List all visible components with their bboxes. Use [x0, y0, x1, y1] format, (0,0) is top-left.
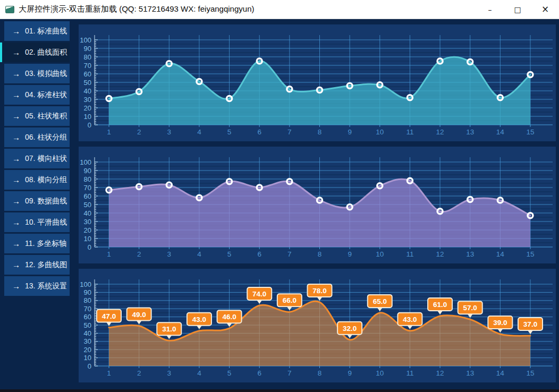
x-tick-label: 15: [526, 250, 534, 258]
point-value-label: 78.0: [308, 284, 332, 301]
maximize-button[interactable]: □: [504, 0, 531, 19]
x-tick-label: 4: [197, 128, 201, 136]
sidebar-item-07[interactable]: →07. 横向柱状: [4, 149, 70, 168]
svg-text:43.0: 43.0: [403, 316, 417, 323]
x-tick-label: 8: [318, 250, 322, 258]
x-tick-label: 11: [406, 250, 413, 258]
arrow-icon: →: [12, 48, 20, 57]
y-tick-label: 100: [80, 280, 91, 288]
sidebar-item-label: 10. 平滑曲线: [25, 218, 67, 227]
y-tick-label: 90: [84, 45, 91, 53]
svg-text:49.0: 49.0: [132, 311, 146, 319]
y-tick-label: 10: [84, 113, 91, 121]
sidebar: →01. 标准曲线→02. 曲线面积→03. 模拟曲线→04. 标准柱状→05.…: [0, 19, 70, 389]
y-tick-label: 60: [84, 313, 91, 321]
y-tick-label: 80: [84, 296, 91, 304]
x-tick-label: 14: [496, 250, 505, 258]
point-value-label: 66.0: [277, 294, 302, 310]
x-tick-label: 12: [436, 369, 444, 377]
point-value-label: 49.0: [127, 308, 151, 325]
x-tick-label: 15: [526, 369, 534, 377]
sidebar-item-label: 05. 柱状堆积: [25, 112, 67, 121]
x-tick-label: 12: [436, 250, 444, 258]
app-icon: [5, 6, 14, 13]
x-tick-label: 10: [376, 128, 384, 136]
point-value-label: 47.0: [97, 310, 121, 326]
x-tick-label: 7: [287, 128, 292, 136]
svg-text:32.0: 32.0: [343, 325, 357, 333]
sidebar-item-03[interactable]: →03. 模拟曲线: [4, 64, 70, 83]
svg-text:47.0: 47.0: [102, 312, 116, 320]
svg-text:65.0: 65.0: [373, 297, 387, 305]
sidebar-item-13[interactable]: →13. 系统设置: [4, 276, 70, 296]
sidebar-item-11[interactable]: →11. 多坐标轴: [4, 234, 70, 253]
sidebar-item-12[interactable]: →12. 多曲线图: [4, 255, 70, 275]
x-tick-label: 8: [318, 369, 322, 377]
arrow-icon: →: [12, 90, 20, 99]
sidebar-item-01[interactable]: →01. 标准曲线: [4, 21, 70, 41]
y-tick-label: 70: [84, 305, 91, 313]
y-tick-label: 80: [84, 175, 91, 183]
x-tick-label: 10: [376, 369, 384, 377]
app-body: →01. 标准曲线→02. 曲线面积→03. 模拟曲线→04. 标准柱状→05.…: [0, 19, 559, 389]
sidebar-item-08[interactable]: →08. 横向分组: [4, 170, 70, 190]
sidebar-item-label: 02. 曲线面积: [25, 48, 67, 57]
sidebar-item-label: 03. 模拟曲线: [25, 69, 67, 79]
x-tick-label: 11: [406, 128, 413, 136]
y-tick-label: 0: [88, 362, 91, 370]
x-tick-label: 5: [227, 250, 232, 258]
x-tick-label: 3: [167, 369, 172, 377]
sidebar-item-04[interactable]: →04. 标准柱状: [4, 85, 70, 105]
x-tick-label: 14: [496, 369, 505, 377]
sidebar-item-06[interactable]: →06. 柱状分组: [4, 127, 70, 147]
close-button[interactable]: ×: [531, 0, 559, 19]
svg-text:46.0: 46.0: [222, 313, 236, 321]
sidebar-item-10[interactable]: →10. 平滑曲线: [4, 212, 70, 232]
x-tick-label: 1: [107, 128, 111, 136]
minimize-button[interactable]: –: [476, 0, 504, 19]
titlebar: 大屏控件演示-双击重新加载 (QQ: 517216493 WX: feiyang…: [0, 0, 559, 19]
sidebar-item-02[interactable]: →02. 曲线面积: [0, 42, 70, 62]
arrow-icon: →: [12, 197, 20, 206]
chart-panel-standard-area-1: 0102030405060708090100123456789101112131…: [79, 24, 556, 141]
x-tick-label: 10: [376, 250, 384, 258]
svg-text:57.0: 57.0: [463, 304, 477, 312]
sidebar-item-label: 08. 横向分组: [25, 175, 67, 185]
svg-text:39.0: 39.0: [493, 319, 507, 327]
point-value-label: 31.0: [157, 322, 181, 339]
area-chart-teal: 0102030405060708090100123456789101112131…: [79, 24, 556, 141]
x-tick-label: 15: [526, 128, 534, 136]
x-tick-label: 5: [227, 369, 232, 377]
x-tick-label: 4: [197, 369, 201, 377]
arrow-icon: →: [12, 260, 20, 269]
svg-text:66.0: 66.0: [283, 296, 297, 304]
x-tick-label: 11: [406, 369, 413, 377]
x-tick-label: 2: [137, 250, 141, 258]
x-tick-label: 4: [197, 250, 201, 258]
svg-text:78.0: 78.0: [312, 287, 326, 295]
sidebar-item-label: 13. 系统设置: [25, 282, 67, 291]
y-tick-label: 0: [88, 121, 91, 129]
y-tick-label: 70: [84, 184, 91, 192]
sidebar-item-label: 11. 多坐标轴: [25, 239, 66, 249]
sidebar-item-label: 01. 标准曲线: [25, 27, 67, 36]
desktop-edge-strip: [0, 389, 559, 392]
chart-panel-labeled-area-3: 0102030405060708090100123456789101112131…: [79, 269, 556, 382]
x-tick-label: 14: [496, 128, 505, 136]
y-tick-label: 50: [84, 321, 91, 329]
y-tick-label: 100: [80, 158, 91, 166]
y-tick-label: 40: [84, 87, 91, 95]
sidebar-item-09[interactable]: →09. 数据曲线: [4, 191, 70, 211]
point-value-label: 61.0: [428, 298, 452, 314]
arrow-icon: →: [12, 154, 20, 163]
y-tick-label: 30: [84, 218, 91, 226]
y-tick-label: 60: [84, 192, 91, 200]
svg-text:43.0: 43.0: [192, 316, 206, 323]
y-tick-label: 100: [80, 36, 91, 44]
x-tick-label: 6: [257, 250, 261, 258]
x-tick-label: 5: [227, 128, 232, 136]
y-tick-label: 20: [84, 226, 91, 234]
arrow-icon: →: [12, 69, 20, 78]
sidebar-item-05[interactable]: →05. 柱状堆积: [4, 106, 70, 126]
arrow-icon: →: [12, 239, 20, 248]
